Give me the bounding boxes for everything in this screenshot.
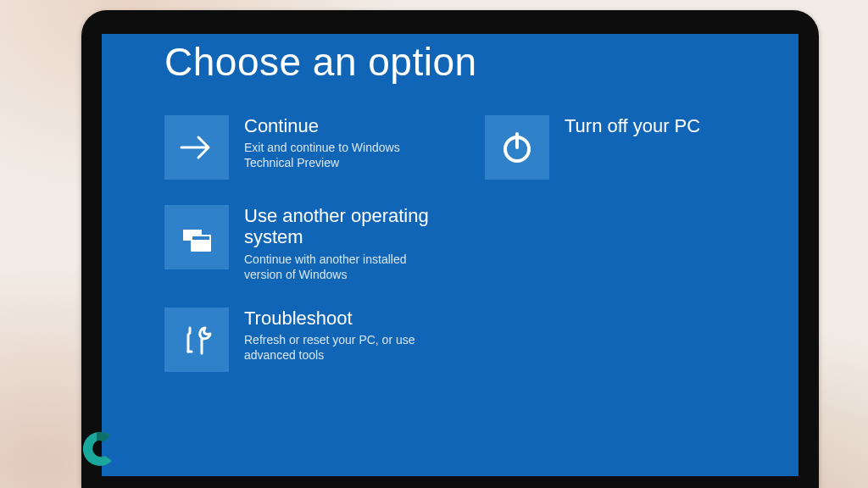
option-troubleshoot[interactable]: Troubleshoot Refresh or reset your PC, o… [164,308,444,372]
power-icon [485,115,549,180]
option-text: Continue Exit and continue to Windows Te… [244,115,444,171]
option-desc: Continue with another installed version … [244,252,444,282]
option-continue[interactable]: Continue Exit and continue to Windows Te… [164,115,444,180]
option-text: Turn off your PC [565,115,700,140]
options-column-right: Turn off your PC [485,115,765,476]
option-text: Use another operating system Continue wi… [244,205,444,282]
option-desc: Exit and continue to Windows Technical P… [244,140,444,170]
svg-rect-1 [183,225,202,230]
recovery-screen: Choose an option Continue Exit and conti… [102,34,798,476]
arrow-right-icon [164,115,229,180]
laptop-frame: Choose an option Continue Exit and conti… [81,10,819,488]
options-grid: Continue Exit and continue to Windows Te… [164,115,765,476]
windows-stack-icon [164,205,229,269]
page-title: Choose an option [164,39,477,85]
option-label: Turn off your PC [565,115,700,136]
option-label: Continue [244,115,444,136]
option-label: Use another operating system [244,205,444,248]
option-desc: Refresh or reset your PC, or use advance… [244,332,444,363]
option-turn-off[interactable]: Turn off your PC [485,115,765,180]
option-text: Troubleshoot Refresh or reset your PC, o… [244,308,444,363]
options-column-left: Continue Exit and continue to Windows Te… [164,115,444,476]
option-use-another-os[interactable]: Use another operating system Continue wi… [164,205,444,282]
tools-icon [164,308,229,372]
option-label: Troubleshoot [244,308,444,329]
